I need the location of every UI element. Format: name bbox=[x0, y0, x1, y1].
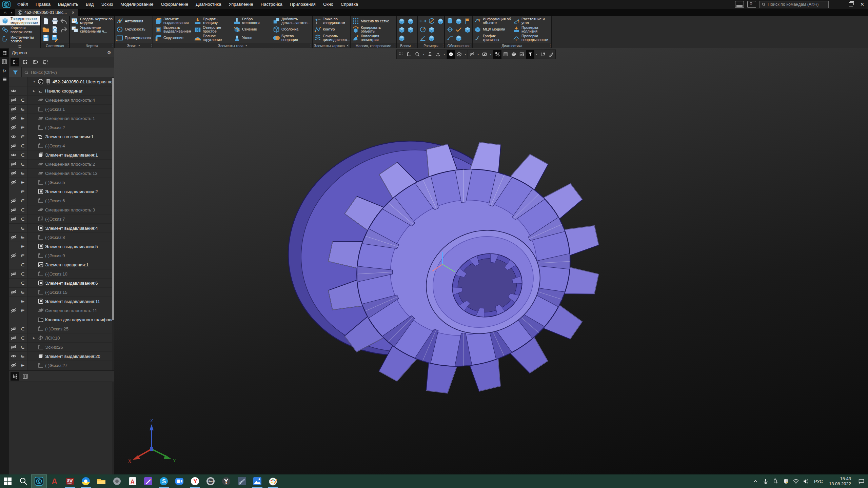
element-of-indicator[interactable]: ∈ bbox=[18, 260, 27, 269]
tree-row[interactable]: ∈Смещенная плоскость:2 bbox=[9, 160, 112, 169]
element-of-indicator[interactable]: ∈ bbox=[18, 215, 27, 223]
visibility-toggle-off[interactable] bbox=[9, 205, 18, 214]
tree-item[interactable]: (-)Эскиз:2 bbox=[27, 123, 112, 132]
element-of-indicator[interactable] bbox=[18, 315, 27, 324]
tree-row[interactable]: ∈(-)Эскиз:1 bbox=[9, 105, 112, 114]
triad-axes-dropdown-icon[interactable]: ▼ bbox=[442, 50, 447, 59]
tree-item[interactable]: ▶ЛСК:10 bbox=[27, 333, 112, 342]
tree-item[interactable]: Смещенная плоскость:13 bbox=[27, 169, 112, 178]
tab-close-icon[interactable]: ✕ bbox=[72, 11, 75, 15]
tree-row[interactable]: ∈Смещенная плоскость:4 bbox=[9, 96, 112, 105]
tree-item[interactable]: Элемент выдавливания:20 bbox=[27, 352, 112, 361]
contour-button[interactable]: Контур bbox=[314, 26, 350, 33]
mch-model-button[interactable]: МЦХ модели bbox=[474, 26, 511, 33]
element-of-indicator[interactable]: ∈ bbox=[18, 352, 27, 361]
element-of-indicator[interactable]: ∈ bbox=[18, 279, 27, 287]
visibility-toggle-off[interactable] bbox=[9, 169, 18, 178]
tree-row[interactable]: ∈(-)Эскиз:10 bbox=[9, 269, 112, 279]
tree-row[interactable]: ∈Элемент выдавливания:20 bbox=[9, 352, 112, 361]
visibility-toggle-on[interactable] bbox=[9, 132, 18, 141]
copy-objects-button[interactable]: Копировать объекты bbox=[352, 26, 395, 33]
mode-sketch-tools-icon[interactable]: Инструменты эскиза bbox=[0, 35, 40, 44]
tree-row[interactable]: ▶Начало координат bbox=[9, 86, 112, 96]
dim-angular-icon[interactable] bbox=[419, 34, 427, 42]
curvature-graph-button[interactable]: График кривизны bbox=[474, 34, 511, 42]
textures-button[interactable] bbox=[510, 50, 518, 59]
tree-search-input[interactable]: Поиск (Ctrl+/) bbox=[22, 67, 114, 78]
tree-item[interactable]: (-)Эскиз:10 bbox=[27, 269, 112, 278]
visibility-toggle-off[interactable] bbox=[9, 343, 18, 351]
aux-axis-icon[interactable] bbox=[407, 26, 414, 33]
visibility-toggle-none[interactable] bbox=[9, 242, 18, 251]
tree-item[interactable]: Смещенная плоскость:3 bbox=[27, 205, 112, 214]
3d-model-bevel-gear[interactable] bbox=[114, 48, 868, 474]
hidden-lines-dropdown-icon[interactable]: ▼ bbox=[489, 50, 493, 59]
menu-эскиз[interactable]: Эскиз bbox=[97, 0, 117, 9]
tree-item[interactable]: (-)Эскиз:7 bbox=[27, 215, 112, 223]
section-button[interactable]: Сечение bbox=[233, 26, 271, 33]
expand-arrow-icon[interactable]: ▼ bbox=[33, 80, 36, 83]
section-grip-icon[interactable]: ⁞ bbox=[67, 44, 68, 47]
tree-row[interactable]: ∈Элемент выдавливания:6 bbox=[9, 279, 112, 288]
tree-item[interactable]: (-)Эскиз:8 bbox=[27, 233, 112, 242]
tree-row[interactable]: ∈Элемент по сечениям:1 bbox=[9, 132, 112, 141]
menu-диагностика[interactable]: Диагностика bbox=[192, 0, 225, 9]
doc-new-icon[interactable] bbox=[42, 17, 50, 25]
speaker-icon[interactable] bbox=[801, 474, 811, 488]
rect-tool-button[interactable]: Прямоугольник bbox=[116, 34, 151, 42]
dim-frame-icon[interactable] bbox=[428, 26, 435, 33]
element-of-indicator[interactable]: ∈ bbox=[18, 123, 27, 132]
tree-item[interactable]: Элемент выдавливания:5 bbox=[27, 242, 112, 251]
tree-filter-button[interactable] bbox=[9, 67, 22, 78]
wireframe-display-button[interactable] bbox=[455, 50, 463, 59]
taskbar-game-button[interactable] bbox=[234, 474, 250, 488]
mark-check-icon[interactable] bbox=[455, 26, 462, 33]
tree-row[interactable]: ∈Смещенная плоскость:1 bbox=[9, 114, 112, 123]
tree-item[interactable]: Элемент выдавливания:11 bbox=[27, 297, 112, 306]
tree-row[interactable]: ∈(-)Эскиз:15 bbox=[9, 288, 112, 297]
3d-viewport[interactable]: ▼▼▼▼▼▼ Z X Y bbox=[114, 48, 868, 474]
element-of-indicator[interactable]: ∈ bbox=[18, 343, 27, 351]
expand-arrow-icon[interactable]: ▶ bbox=[33, 337, 36, 340]
shaded-display-button[interactable] bbox=[447, 50, 455, 59]
visibility-toggle-off[interactable] bbox=[9, 233, 18, 242]
element-of-indicator[interactable]: ∈ bbox=[18, 132, 27, 141]
tree-scrollbar[interactable] bbox=[112, 77, 114, 474]
tree-item[interactable]: (-)Эскиз:5 bbox=[27, 178, 112, 187]
visibility-toggle-off[interactable] bbox=[9, 324, 18, 333]
tree-structure-icon[interactable] bbox=[21, 58, 29, 66]
element-of-indicator[interactable]: ∈ bbox=[18, 178, 27, 187]
element-of-indicator[interactable]: ∈ bbox=[18, 297, 27, 306]
tree-item[interactable]: (-)Эскиз:1 bbox=[27, 105, 112, 114]
tree-item[interactable]: Смещенная плоскость:2 bbox=[27, 160, 112, 168]
doc-preview-icon[interactable] bbox=[51, 26, 59, 33]
distance-angle-button[interactable]: ?Расстояние и угол bbox=[513, 17, 550, 25]
taskbar-solidworks-button[interactable]: SW2017 bbox=[62, 474, 78, 488]
mark-level-icon[interactable] bbox=[464, 26, 471, 33]
dim-base-icon[interactable] bbox=[437, 17, 444, 25]
tree-row[interactable]: ∈(-)Эскиз:2 bbox=[9, 123, 112, 132]
thicken-button[interactable]: Придать толщину bbox=[194, 17, 232, 25]
visibility-toggle-off[interactable] bbox=[9, 269, 18, 278]
visibility-toggle-none[interactable] bbox=[9, 297, 18, 306]
menu-справка[interactable]: Справка bbox=[337, 0, 362, 9]
tree-item[interactable]: Элемент выдавливания:4 bbox=[27, 224, 112, 232]
tree-item[interactable]: (-)Эскиз:4 bbox=[27, 141, 112, 150]
mark-cylinder-icon[interactable] bbox=[446, 17, 454, 25]
taskbar-explorer-button[interactable] bbox=[94, 474, 109, 488]
tree-relations-icon[interactable] bbox=[31, 58, 40, 66]
menu-окно[interactable]: Окно bbox=[319, 0, 337, 9]
print-icon[interactable] bbox=[51, 17, 59, 25]
element-of-indicator[interactable]: ∈ bbox=[18, 196, 27, 205]
taskbar-acrobat-button[interactable]: A bbox=[125, 474, 140, 488]
tree-item[interactable]: ▶Начало координат bbox=[27, 86, 112, 95]
tree-row[interactable]: ∈Элемент выдавливания:11 bbox=[9, 297, 112, 306]
command-search-input[interactable]: Поиск по командам (Alt+/) bbox=[760, 1, 829, 8]
taskbar-start-button[interactable] bbox=[0, 474, 16, 488]
visibility-toggle-on[interactable] bbox=[9, 150, 18, 159]
tree-row[interactable]: ∈Смещенная плоскость:11 bbox=[9, 306, 112, 315]
document-tab[interactable]: 452-2403050-01 Шес... ✕ bbox=[15, 9, 78, 16]
drag-handle-button[interactable] bbox=[397, 50, 405, 59]
tray-expand-icon[interactable] bbox=[750, 474, 761, 488]
color-picker-button[interactable] bbox=[547, 50, 555, 59]
